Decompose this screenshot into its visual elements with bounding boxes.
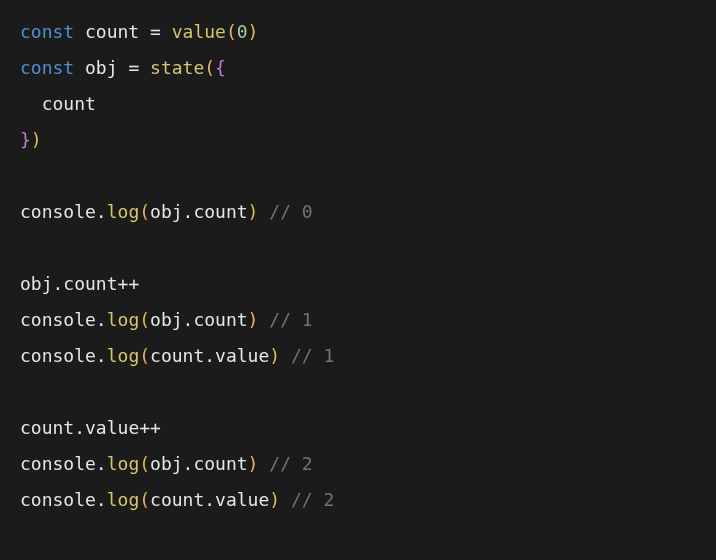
code-token: // 1: [291, 345, 334, 366]
code-token: (: [139, 309, 150, 330]
code-token: obj: [20, 273, 53, 294]
code-token: obj: [74, 57, 128, 78]
code-token: value: [215, 345, 269, 366]
code-token: .: [53, 273, 64, 294]
code-token: ): [248, 21, 259, 42]
code-token: ++: [139, 417, 161, 438]
code-token: console: [20, 453, 96, 474]
code-token: .: [183, 309, 194, 330]
code-token: [280, 345, 291, 366]
code-token: const: [20, 57, 74, 78]
code-token: .: [183, 201, 194, 222]
code-token: value: [172, 21, 226, 42]
code-token: log: [107, 201, 140, 222]
code-block: const count = value(0) const obj = state…: [20, 14, 716, 518]
code-token: .: [96, 489, 107, 510]
code-token: obj: [150, 201, 183, 222]
code-token: .: [96, 201, 107, 222]
code-line: }): [20, 129, 42, 150]
code-token: count: [20, 417, 74, 438]
code-token: ): [248, 453, 259, 474]
code-token: ++: [118, 273, 140, 294]
code-token: (: [139, 453, 150, 474]
code-token: count: [193, 309, 247, 330]
code-line: console.log(obj.count) // 0: [20, 201, 313, 222]
code-line: console.log(count.value) // 1: [20, 345, 334, 366]
code-token: count: [63, 273, 117, 294]
code-token: (: [139, 489, 150, 510]
code-token: .: [96, 453, 107, 474]
code-token: const: [20, 21, 74, 42]
code-line: console.log(count.value) // 2: [20, 489, 334, 510]
code-token: [258, 453, 269, 474]
code-token: // 1: [269, 309, 312, 330]
code-line: const count = value(0): [20, 21, 258, 42]
code-token: // 2: [269, 453, 312, 474]
code-line: count.value++: [20, 417, 161, 438]
code-token: (: [226, 21, 237, 42]
code-token: obj: [150, 453, 183, 474]
code-token: (: [139, 201, 150, 222]
code-token: log: [107, 453, 140, 474]
code-line: const obj = state({: [20, 57, 226, 78]
code-token: value: [215, 489, 269, 510]
code-line: obj.count++: [20, 273, 139, 294]
code-token: =: [150, 21, 161, 42]
code-token: // 2: [291, 489, 334, 510]
code-token: [258, 309, 269, 330]
code-token: count: [193, 453, 247, 474]
code-token: }: [20, 129, 31, 150]
code-token: obj: [150, 309, 183, 330]
code-token: ): [31, 129, 42, 150]
code-token: console: [20, 309, 96, 330]
code-token: .: [74, 417, 85, 438]
code-line: console.log(obj.count) // 2: [20, 453, 313, 474]
code-token: .: [96, 345, 107, 366]
code-token: count: [20, 93, 96, 114]
code-token: =: [128, 57, 139, 78]
code-token: count: [150, 489, 204, 510]
code-token: .: [204, 489, 215, 510]
code-token: count: [74, 21, 150, 42]
code-token: (: [204, 57, 215, 78]
code-token: [258, 201, 269, 222]
code-token: count: [193, 201, 247, 222]
code-token: state: [150, 57, 204, 78]
code-token: ): [248, 201, 259, 222]
code-token: 0: [237, 21, 248, 42]
code-token: log: [107, 345, 140, 366]
code-token: {: [215, 57, 226, 78]
code-token: log: [107, 309, 140, 330]
code-token: ): [269, 489, 280, 510]
code-token: console: [20, 201, 96, 222]
code-token: console: [20, 345, 96, 366]
code-token: log: [107, 489, 140, 510]
code-line: console.log(obj.count) // 1: [20, 309, 313, 330]
code-token: ): [248, 309, 259, 330]
code-token: [161, 21, 172, 42]
code-token: [139, 57, 150, 78]
code-token: // 0: [269, 201, 312, 222]
code-token: .: [204, 345, 215, 366]
code-token: count: [150, 345, 204, 366]
code-token: (: [139, 345, 150, 366]
code-token: value: [85, 417, 139, 438]
code-token: ): [269, 345, 280, 366]
code-line: count: [20, 93, 96, 114]
code-token: [280, 489, 291, 510]
code-token: console: [20, 489, 96, 510]
code-token: .: [96, 309, 107, 330]
code-token: .: [183, 453, 194, 474]
